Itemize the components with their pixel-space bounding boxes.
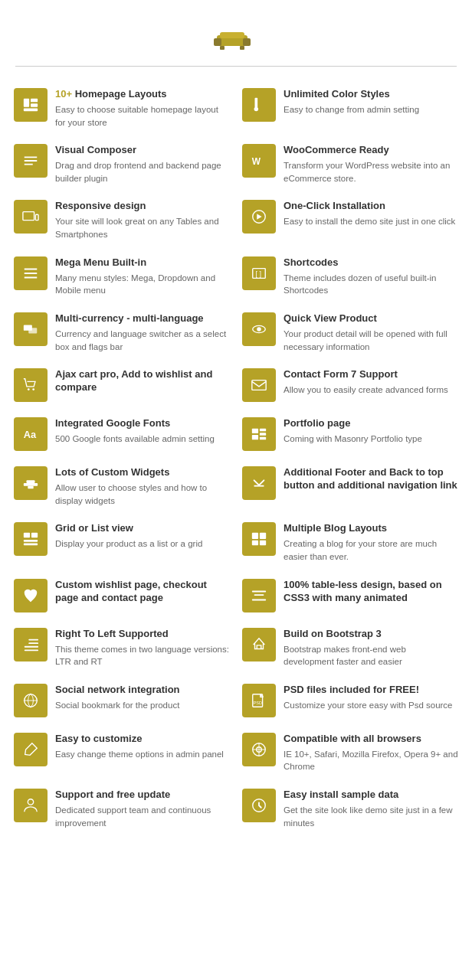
psd-desc: Customize your store easy with Psd sourc… xyxy=(284,699,458,712)
svg-text:W: W xyxy=(252,156,261,167)
feature-item-quick-view: Quick View ProductYour product detail wi… xyxy=(236,305,464,361)
google-fonts-title: Integrated Google Fonts xyxy=(55,417,230,430)
feature-item-woocommerce: WWooCommerce ReadyTransform your WordPre… xyxy=(236,136,464,192)
visual-composer-icon xyxy=(14,144,48,178)
svg-rect-28 xyxy=(260,433,266,436)
svg-rect-40 xyxy=(252,541,258,545)
custom-widgets-icon xyxy=(14,466,48,500)
footer-icon xyxy=(242,466,276,500)
customize-desc: Easy change theme options in admin panel xyxy=(55,748,230,761)
ajax-cart-title: Ajax cart pro, Add to wishlist and compa… xyxy=(55,368,230,394)
one-click-title: One-Click Installation xyxy=(284,200,458,213)
svg-point-23 xyxy=(32,388,34,390)
grid-list-desc: Display your product as a list or a grid xyxy=(55,537,230,550)
blog-layouts-icon xyxy=(242,522,276,556)
svg-rect-2 xyxy=(243,38,251,46)
svg-rect-5 xyxy=(240,46,244,50)
sample-data-title: Easy install sample data xyxy=(284,789,458,802)
svg-rect-13 xyxy=(23,212,34,220)
quick-view-desc: Your product detail will be opened with … xyxy=(284,328,458,353)
feature-item-psd: PSDPSD files included for FREE!Customize… xyxy=(236,676,464,725)
portfolio-title: Portfolio page xyxy=(284,417,458,430)
unlimited-colors-title: Unlimited Color Styles xyxy=(284,88,458,101)
svg-rect-3 xyxy=(220,32,244,38)
svg-rect-4 xyxy=(220,46,225,50)
visual-composer-title: Visual Composer xyxy=(55,144,230,157)
support-desc: Dedicated support team and continuous im… xyxy=(55,804,230,829)
bootstrap-title: Build on Bootstrap 3 xyxy=(284,628,458,641)
feature-item-custom-widgets: Lots of Custom WidgetsAllow user to choo… xyxy=(8,459,236,514)
feature-item-shortcodes: [ ]ShortcodesTheme includes dozen of use… xyxy=(236,249,464,305)
psd-icon: PSD xyxy=(242,684,276,717)
svg-rect-24 xyxy=(252,381,266,390)
header-divider xyxy=(15,66,457,67)
feature-item-portfolio: Portfolio pageComing with Masonry Portfo… xyxy=(236,410,464,459)
features-grid: 10+ Homepage LayoutsEasy to choose suita… xyxy=(0,80,472,837)
svg-rect-27 xyxy=(260,429,266,432)
feature-item-customize: Easy to customizeEasy change theme optio… xyxy=(8,725,236,781)
feature-item-support: Support and free updateDedicated support… xyxy=(8,781,236,837)
grid-list-icon xyxy=(14,522,48,556)
blog-layouts-title: Multiple Blog Layouts xyxy=(284,522,458,535)
custom-widgets-title: Lots of Custom Widgets xyxy=(55,466,230,479)
browsers-title: Compatible with all browsers xyxy=(284,733,458,746)
social-icon xyxy=(14,684,48,717)
bootstrap-desc: Bootstrap makes front-end web developmen… xyxy=(284,643,458,668)
browsers-icon xyxy=(242,733,276,766)
svg-rect-30 xyxy=(260,437,266,440)
feature-item-blog-layouts: Multiple Blog LayoutsCreating a blog for… xyxy=(236,514,464,570)
mega-menu-title: Mega Menu Built-in xyxy=(55,256,230,270)
contact-form-desc: Allow you to easily create advanced form… xyxy=(284,384,458,397)
svg-rect-10 xyxy=(255,98,258,108)
svg-rect-37 xyxy=(24,544,38,546)
multicurrency-icon xyxy=(14,312,48,346)
css3-icon xyxy=(242,579,276,612)
svg-rect-8 xyxy=(31,103,38,107)
responsive-icon xyxy=(14,200,48,234)
rtl-icon xyxy=(14,628,48,662)
contact-form-icon xyxy=(242,368,276,402)
homepage-layouts-desc: Easy to choose suitable homepage layout … xyxy=(55,103,230,129)
svg-text:Aa: Aa xyxy=(24,429,37,440)
svg-rect-7 xyxy=(31,99,38,103)
quick-view-icon xyxy=(242,312,276,346)
one-click-desc: Easy to install the demo site just in on… xyxy=(284,215,458,228)
feature-item-wishlist: Custom wishlist page, checkout page and … xyxy=(8,571,236,620)
shortcodes-title: Shortcodes xyxy=(284,256,458,270)
feature-item-responsive: Responsive designYour site will look gre… xyxy=(8,192,236,248)
svg-rect-32 xyxy=(27,481,35,484)
multicurrency-desc: Currency and language switcher as a sele… xyxy=(55,328,230,353)
svg-rect-6 xyxy=(24,99,29,107)
feature-item-visual-composer: Visual ComposerDrag and drop frontend an… xyxy=(8,136,236,192)
feature-item-browsers: Compatible with all browsersIE 10+, Safa… xyxy=(236,725,464,781)
portfolio-icon xyxy=(242,417,276,451)
feature-item-social: Social network integrationSocial bookmar… xyxy=(8,676,236,725)
feature-item-one-click: One-Click InstallationEasy to install th… xyxy=(236,192,464,248)
customize-title: Easy to customize xyxy=(55,733,230,746)
feature-item-rtl: Right To Left SupportedThis theme comes … xyxy=(8,620,236,676)
feature-item-bootstrap: Build on Bootstrap 3Bootstrap makes fron… xyxy=(236,620,464,676)
svg-point-22 xyxy=(28,388,30,390)
ajax-cart-icon xyxy=(14,368,48,402)
svg-rect-33 xyxy=(28,486,33,489)
shortcodes-desc: Theme includes dozen of useful built-in … xyxy=(284,272,458,297)
mega-menu-icon xyxy=(14,256,48,290)
svg-rect-36 xyxy=(24,540,38,542)
feature-item-ajax-cart: Ajax cart pro, Add to wishlist and compa… xyxy=(8,361,236,410)
rtl-title: Right To Left Supported xyxy=(55,628,230,641)
svg-point-11 xyxy=(254,107,259,112)
svg-rect-39 xyxy=(260,533,266,539)
svg-rect-14 xyxy=(35,215,38,220)
svg-rect-26 xyxy=(252,429,258,433)
svg-rect-44 xyxy=(252,599,266,600)
svg-text:PSD: PSD xyxy=(254,700,262,704)
multicurrency-title: Multi-currency - multi-language xyxy=(55,312,230,325)
homepage-layouts-icon xyxy=(14,88,48,122)
footer-title: Additional Footer and Back to top button… xyxy=(284,466,458,492)
google-fonts-desc: 500 Google fonts available admin setting xyxy=(55,433,230,446)
contact-form-title: Contact Form 7 Support xyxy=(284,368,458,381)
svg-text:[ ]: [ ] xyxy=(255,270,261,277)
svg-rect-43 xyxy=(254,594,264,596)
svg-rect-29 xyxy=(252,435,258,439)
svg-rect-35 xyxy=(31,533,38,537)
